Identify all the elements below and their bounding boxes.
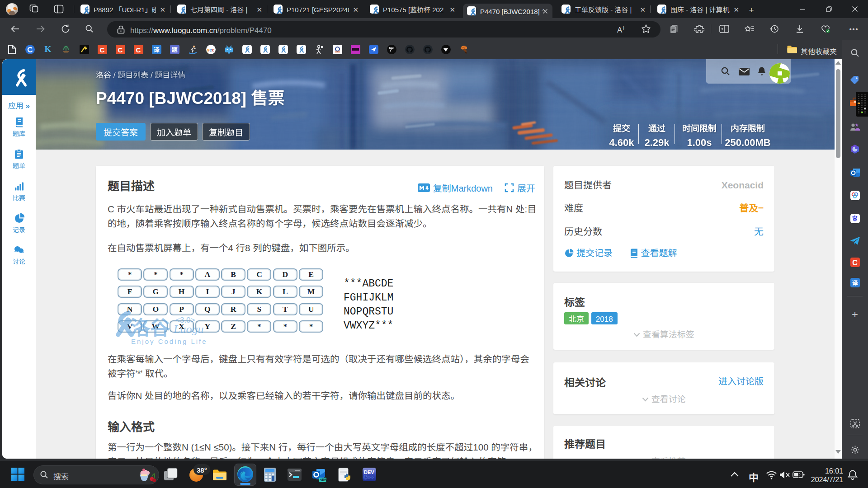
svg-text:du: du [854, 219, 856, 221]
svg-text:C++: C++ [363, 474, 374, 481]
svg-text:NEW: NEW [320, 478, 327, 481]
